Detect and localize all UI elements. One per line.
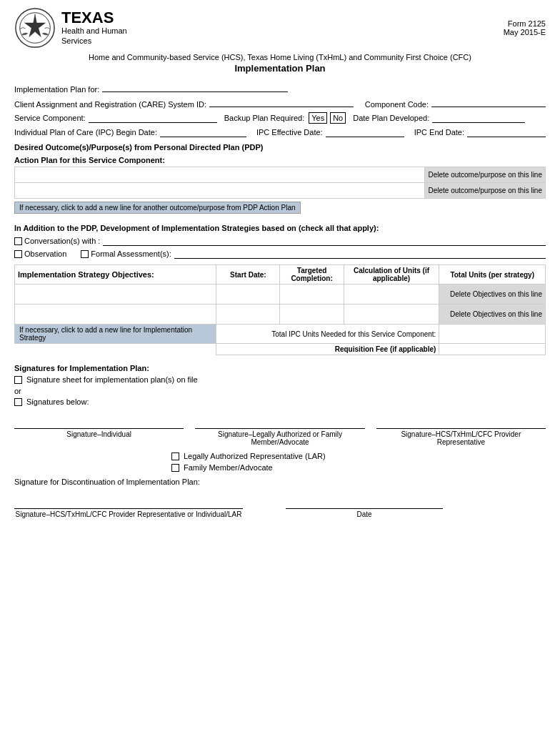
- strategy-row-2: Delete Objectives on this line: [15, 305, 546, 325]
- sig-line-lar[interactable]: [195, 419, 364, 429]
- strategy-start-1[interactable]: [216, 285, 280, 305]
- signatures-section: Signatures for Implementation Plan: Sign…: [14, 364, 546, 518]
- form-number: Form 2125: [504, 19, 546, 28]
- date-plan-developed-input[interactable]: [432, 113, 525, 123]
- delete-outcome-btn-1[interactable]: Delete outcome/purpose on this line: [425, 167, 546, 183]
- strategy-obj-1[interactable]: [15, 285, 216, 305]
- sig-option2-row: Signatures below:: [14, 397, 546, 406]
- sig-label-provider: Signature–HCS/TxHmL/CFC Provider Represe…: [376, 430, 546, 446]
- ipc-row: Individual Plan of Care (IPC) Begin Date…: [14, 127, 546, 137]
- texas-seal-icon: [14, 7, 56, 49]
- impl-plan-label: Implementation Plan for:: [14, 85, 99, 94]
- strategy-targeted-2[interactable]: [280, 305, 344, 325]
- strategy-obj-2[interactable]: [15, 305, 216, 325]
- ipc-effective-input[interactable]: [326, 127, 404, 137]
- desired-outcomes-heading2: Action Plan for this Service Component:: [14, 156, 546, 164]
- sig-block-provider: Signature–HCS/TxHmL/CFC Provider Represe…: [376, 419, 546, 446]
- strategy-start-2[interactable]: [216, 305, 280, 325]
- discontinuation-label: Signature for Discontinuation of Impleme…: [14, 478, 546, 486]
- conversation-input[interactable]: [103, 236, 546, 246]
- sig-label-individual: Signature–Individual: [14, 430, 184, 438]
- service-component-input[interactable]: [89, 113, 217, 123]
- strategy-targeted-1[interactable]: [280, 285, 344, 305]
- outcome-input-2[interactable]: [15, 183, 425, 199]
- outcome-row-2: Delete outcome/purpose on this line: [15, 183, 546, 199]
- ipc-effective-label: IPC Effective Date:: [256, 128, 323, 137]
- no-option[interactable]: No: [330, 112, 346, 124]
- formal-assessment-label: Formal Assessment(s):: [91, 249, 171, 258]
- formal-assessment-checkbox[interactable]: [81, 250, 89, 258]
- strategy-row-1: Delete Objectives on this line: [15, 285, 546, 305]
- title-section: Home and Community-based Service (HCS), …: [14, 53, 546, 74]
- pdp-heading: In Addition to the PDP, Development of I…: [14, 224, 546, 232]
- component-code-input[interactable]: [431, 97, 546, 107]
- lar-checkbox[interactable]: [171, 452, 179, 460]
- dis-sig-line[interactable]: [14, 499, 243, 509]
- add-strategy-cell: If necessary, click to add a new line fo…: [15, 325, 216, 344]
- sig-option1-label: Signature sheet for implementation plan(…: [26, 375, 198, 384]
- observation-checkbox[interactable]: [14, 250, 22, 258]
- family-label: Family Member/Advocate: [184, 463, 273, 472]
- sig-option2-label: Signatures below:: [26, 397, 89, 406]
- sig-line-individual[interactable]: [14, 419, 184, 429]
- sig-option2-checkbox[interactable]: [14, 398, 22, 406]
- signature-lines: Signature–Individual Signature–Legally A…: [14, 419, 546, 446]
- delete-strategy-btn-2[interactable]: Delete Objectives on this line: [439, 305, 546, 325]
- sig-option1-checkbox[interactable]: [14, 376, 22, 384]
- title-line1: Home and Community-based Service (HCS), …: [14, 53, 546, 61]
- conversation-row: Conversation(s) with :: [14, 236, 546, 246]
- delete-strategy-btn-1[interactable]: Delete Objectives on this line: [439, 285, 546, 305]
- org-sub2: Services: [61, 36, 127, 46]
- yes-option[interactable]: Yes: [309, 112, 327, 124]
- requisition-label: Requisition Fee (if applicable): [216, 344, 439, 355]
- ipc-end-label: IPC End Date:: [414, 128, 464, 137]
- desired-outcomes-section: Desired Outcome(s)/Purpose(s) from Perso…: [14, 143, 546, 164]
- org-name-area: TEXAS Health and Human Services: [61, 10, 127, 46]
- total-ipc-value[interactable]: [439, 325, 546, 344]
- ipc-end-input[interactable]: [467, 127, 546, 137]
- care-id-input[interactable]: [209, 97, 354, 107]
- total-ipc-label-cell: Total IPC Units Needed for this Service …: [216, 325, 439, 344]
- outcome-table: Delete outcome/purpose on this line Dele…: [14, 167, 546, 199]
- requisition-value[interactable]: [439, 344, 546, 355]
- sig-option1-row: Signature sheet for implementation plan(…: [14, 375, 546, 384]
- form-date: May 2015-E: [504, 28, 546, 36]
- strategy-totals-row: If necessary, click to add a new line fo…: [15, 325, 546, 344]
- outcome-row-1: Delete outcome/purpose on this line: [15, 167, 546, 183]
- org-name: TEXAS: [61, 10, 127, 26]
- care-id-label: Client Assignment and Registration (CARE…: [14, 100, 206, 109]
- conversation-label: Conversation(s) with :: [24, 237, 100, 245]
- ipc-begin-input[interactable]: [160, 127, 246, 137]
- care-id-row: Client Assignment and Registration (CARE…: [14, 97, 546, 109]
- impl-plan-input[interactable]: [102, 82, 288, 92]
- strategy-calc-1[interactable]: [344, 285, 439, 305]
- impl-plan-row: Implementation Plan for:: [14, 82, 546, 94]
- dis-date-label: Date: [286, 510, 443, 518]
- family-checkbox[interactable]: [171, 464, 179, 472]
- or-label: or: [14, 387, 546, 395]
- sig-label-lar: Signature–Legally Authorized or Family M…: [195, 430, 364, 446]
- sig-line-provider[interactable]: [376, 419, 546, 429]
- strategy-calc-2[interactable]: [344, 305, 439, 325]
- add-strategy-btn[interactable]: If necessary, click to add a new line fo…: [15, 325, 216, 343]
- form-info: Form 2125 May 2015-E: [504, 19, 546, 36]
- date-plan-developed-label: Date Plan Developed:: [353, 114, 429, 122]
- conversation-checkbox[interactable]: [14, 237, 22, 245]
- org-sub1: Health and Human: [61, 26, 127, 36]
- dis-sig-block: Signature–HCS/TxHmL/CFC Provider Represe…: [14, 499, 243, 518]
- service-component-row: Service Component: Backup Plan Required:…: [14, 112, 546, 124]
- outcome-input-1[interactable]: [15, 167, 425, 183]
- component-code-label: Component Code:: [365, 100, 429, 109]
- total-header: Total Units (per strategy): [439, 265, 546, 285]
- delete-outcome-btn-2[interactable]: Delete outcome/purpose on this line: [425, 183, 546, 199]
- logo-area: TEXAS Health and Human Services: [14, 7, 127, 49]
- requisition-spacer: [15, 344, 216, 355]
- backup-plan-label: Backup Plan Required:: [224, 114, 305, 122]
- start-date-header: Start Date:: [216, 265, 280, 285]
- add-outcome-btn[interactable]: If necessary, click to add a new line fo…: [14, 202, 301, 214]
- requisition-row: Requisition Fee (if applicable): [15, 344, 546, 355]
- formal-assessment-input[interactable]: [174, 249, 546, 259]
- strategy-table: Implementation Strategy Objectives: Star…: [14, 264, 546, 355]
- dis-date-line[interactable]: [286, 499, 443, 509]
- desired-outcomes-heading1: Desired Outcome(s)/Purpose(s) from Perso…: [14, 143, 546, 152]
